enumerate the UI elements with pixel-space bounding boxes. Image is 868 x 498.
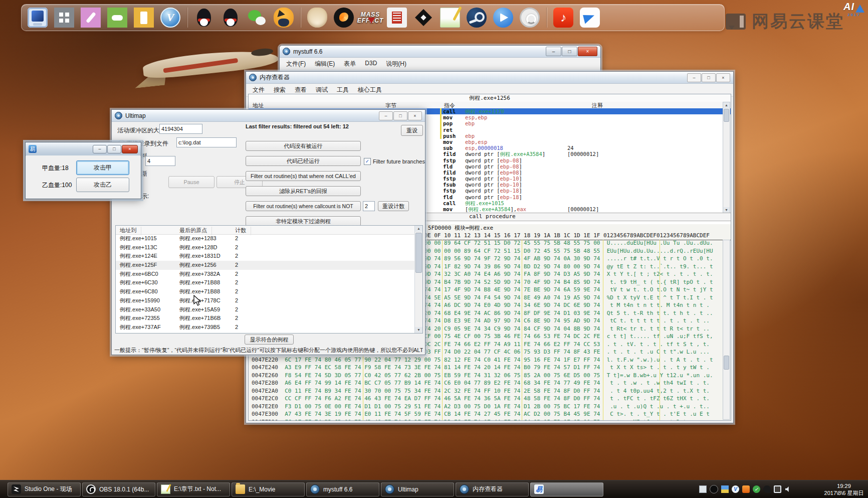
filter-not-called-button[interactable]: Filter out routine(s) that where not CAL…	[246, 171, 361, 181]
minimize-button[interactable]: –	[379, 111, 393, 120]
hex-row[interactable]: 0047E2E0 F3 D1 00 75 0E 00 FE 74 D1 D1 0…	[249, 403, 731, 411]
maximize-button[interactable]: □	[393, 111, 407, 120]
taskbar-item-6[interactable]: 内存查看器	[456, 482, 529, 496]
hex-scrollbar[interactable]	[723, 240, 730, 420]
hex-row[interactable]: 0047E2A0 C0 11 FE 74 B9 34 FE 74 30 70 0…	[249, 388, 731, 396]
scroll-down-icon[interactable]: ▼	[415, 327, 422, 333]
dock-item-thunder[interactable]	[580, 8, 600, 28]
tr-shield-icon[interactable]: ✓	[753, 485, 760, 493]
callcount-input[interactable]	[363, 201, 375, 211]
taskbar-item-0[interactable]: Studio One - 现场	[8, 482, 81, 496]
log-file-input[interactable]	[176, 137, 237, 147]
minimize-button[interactable]: –	[93, 145, 107, 153]
hex-row[interactable]: 0047E220 6C 17 FE 74 80 46 05 77 90 22 0…	[249, 357, 731, 365]
list-item[interactable]: 例程.exe+6BC0例程.exe+7382A2	[116, 270, 414, 279]
taskbar-item-7[interactable]: 易	[530, 482, 603, 496]
dock-item-computer[interactable]	[28, 8, 48, 28]
disasm-scrollbar[interactable]: ▲ ▼	[723, 102, 730, 214]
close-button[interactable]: ×	[122, 145, 138, 153]
attack-b-button[interactable]: 攻击乙	[76, 178, 129, 192]
hex-row[interactable]: 0047E280 A6 E4 FF 74 99 14 FE 74 BC C7 0…	[249, 380, 731, 388]
list-item[interactable]: 例程.exe+124E例程.exe+1831D2	[116, 252, 414, 261]
minimize-button[interactable]: –	[546, 47, 561, 56]
hex-row[interactable]: 0047E300 A7 43 FE 74 3E 19 FE 74 E0 11 F…	[249, 411, 731, 419]
close-button[interactable]: ×	[716, 73, 730, 82]
taskbar-item-2[interactable]: E:\章节.txt - Not...	[157, 482, 230, 496]
reset-count-button[interactable]: 重设计数	[378, 201, 409, 211]
taskbar-item-4[interactable]: mystuff 6.6	[306, 482, 379, 496]
dock-item-fol[interactable]	[107, 8, 127, 28]
list-item[interactable]: 例程.exe+113C例程.exe+128D2	[116, 243, 414, 252]
tr-flag-icon[interactable]	[721, 485, 729, 493]
dock-item-fol[interactable]	[81, 8, 101, 28]
tr-orange-icon[interactable]	[742, 485, 750, 493]
taskbar-item-1[interactable]: OBS 18.0.1 (64b...	[82, 482, 155, 496]
scroll-up-icon[interactable]: ▲	[723, 102, 730, 108]
list-item[interactable]: 例程.exe+125F例程.exe+12562	[116, 261, 414, 270]
pause-button[interactable]: Pause	[168, 176, 214, 188]
menu-item-1[interactable]: 编辑(E)	[310, 59, 339, 69]
list-item[interactable]: 例程.exe+6C30例程.exe+71B882	[116, 278, 414, 287]
dock-item-qq[interactable]	[194, 8, 214, 28]
dock-item-wechat[interactable]	[247, 8, 267, 28]
close-button[interactable]: ×	[578, 47, 597, 56]
dock-item-vbadge[interactable]	[160, 8, 180, 28]
hex-row[interactable]: 0047E240 A3 E9 FF 74 EC 58 FE 74 F9 58 F…	[249, 364, 731, 372]
dock-item-unity[interactable]	[413, 8, 433, 28]
maximize-button[interactable]: □	[562, 47, 577, 56]
filter-not-executed-button[interactable]: 代码没有被运行	[246, 141, 361, 151]
filter-rets-button[interactable]: 滤除从RET's的回报	[246, 186, 361, 196]
memviewer-titlebar[interactable]: 内存查看器 – □ ×	[246, 72, 733, 84]
taskbar-clock[interactable]: 19:29 2017\8\6 星期日	[822, 480, 866, 498]
list-item[interactable]: 例程.exe+33A50例程.exe+15A592	[116, 305, 414, 314]
menu-item-3[interactable]: D3D	[360, 59, 381, 69]
hex-row[interactable]: 0047E260 F8 54 FE 74 5D 3D 05 77 C0 42 0…	[249, 372, 731, 380]
dock-item-cat[interactable]	[274, 8, 294, 28]
header-address-to[interactable]: 地址到	[120, 227, 136, 234]
reset-button[interactable]: 重设	[401, 125, 423, 136]
maximize-button[interactable]: □	[107, 145, 121, 153]
dock-item-me[interactable]: MASS EFFECT	[360, 8, 380, 28]
show-matching-routines-button[interactable]: 显示符合的例程	[245, 335, 294, 345]
dock-item-shell[interactable]	[307, 8, 327, 28]
taskbar-item-3[interactable]: E:\_Movie	[232, 482, 305, 496]
attack-a-button[interactable]: 攻击甲	[76, 160, 129, 175]
tr-vol-icon[interactable]	[784, 485, 792, 493]
menu-item-2[interactable]: 表单	[339, 59, 360, 69]
buffer-size-input[interactable]	[159, 124, 202, 134]
dock-item-qq[interactable]	[221, 8, 241, 28]
dock-item-ow[interactable]	[520, 8, 540, 28]
hex-row[interactable]: 0047E2C0 CC CF FF 74 F6 A2 FE 74 46 43 F…	[249, 395, 731, 403]
hex-row[interactable]: 0047E320 FC 17 FF 74 B3 6D 00 75 4D 49 F…	[249, 419, 731, 421]
menu-item-4[interactable]: 说明(H)	[381, 59, 411, 69]
dock-item-fol[interactable]	[54, 8, 74, 28]
minimize-button[interactable]: –	[687, 73, 701, 82]
list-scrollbar[interactable]: ▲ ▼	[414, 226, 422, 333]
tr-obsdark-icon[interactable]	[710, 485, 718, 493]
module-filter-button[interactable]: 非特定模块下过滤例程	[246, 216, 361, 226]
list-item[interactable]: 例程.exe+6C80例程.exe+71B882	[116, 287, 414, 296]
list-item[interactable]: 例程.exe+15990例程.exe+7178C2	[116, 296, 414, 305]
dock-item-notepad[interactable]	[440, 8, 460, 28]
header-count[interactable]: 计数	[235, 227, 246, 234]
maximize-button[interactable]: □	[702, 73, 716, 82]
tr-keyboard-icon[interactable]	[699, 485, 707, 493]
dock-item-qqbrowser[interactable]	[493, 8, 513, 28]
close-button[interactable]: ×	[408, 111, 422, 120]
list-item[interactable]: 例程.exe+1015例程.exe+12832	[116, 234, 414, 243]
mystuff-titlebar[interactable]: mystuff 6.6 – □ ×	[280, 46, 600, 58]
menu-item-0[interactable]: 文件(F)	[282, 59, 310, 69]
fragment-input[interactable]	[145, 156, 175, 166]
dock-item-music[interactable]	[553, 8, 573, 28]
hp-dialog-titlebar[interactable]: 易 – □ ×	[26, 142, 141, 156]
dock-item-seal[interactable]	[387, 8, 407, 28]
ultimap-titlebar[interactable]: Ultimap – □ ×	[112, 110, 425, 122]
dock-item-fl[interactable]	[334, 8, 354, 28]
taskbar-item-5[interactable]: Ultimap	[381, 482, 454, 496]
header-last-origin[interactable]: 最后的原点	[179, 227, 207, 234]
filter-executed-button[interactable]: 代码已经运行	[246, 156, 361, 166]
filter-future-branches-checkbox[interactable]: ✓Filter future branches	[364, 158, 425, 165]
dock-item-steam[interactable]	[467, 8, 487, 28]
filter-callcount-button[interactable]: Filter out routine(s) where callcount is…	[246, 201, 361, 211]
scroll-up-icon[interactable]: ▲	[415, 226, 422, 232]
